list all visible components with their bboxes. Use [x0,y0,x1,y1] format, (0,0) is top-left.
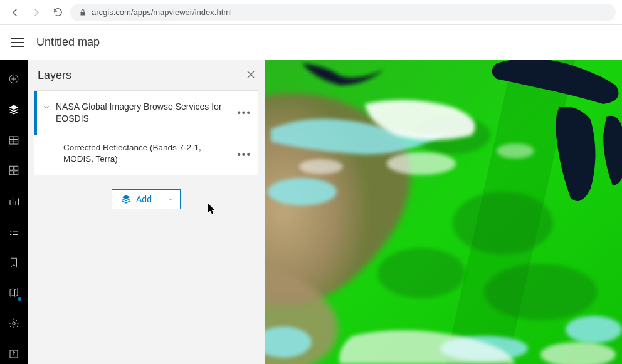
charts-icon [8,195,19,207]
legend-icon [8,226,19,237]
tables-icon [8,135,19,146]
browser-reload-button[interactable] [49,4,66,21]
collapse-icon[interactable] [42,103,51,112]
svg-point-12 [484,264,597,320]
svg-point-10 [453,192,553,254]
lock-icon [79,9,87,16]
rail-add-content[interactable] [0,69,28,90]
layer-group-options-button[interactable]: ••• [237,107,251,118]
svg-point-6 [13,322,16,325]
svg-rect-4 [9,171,13,175]
svg-point-17 [387,152,456,175]
rail-bookmarks[interactable] [0,252,28,273]
rail-basemap[interactable] [0,160,28,181]
left-rail [0,60,28,364]
svg-rect-5 [14,171,18,175]
svg-point-19 [497,143,534,159]
layer-card: NASA Global Imagery Browse Services for … [34,90,258,175]
map-title[interactable]: Untitled map [36,36,100,49]
svg-point-13 [268,178,337,205]
unsaved-indicator-dot [18,297,21,301]
browser-url-text: arcgis.com/apps/mapviewer/index.html [92,8,232,17]
sublayer-title: Corrected Reflectance (Bands 7-2-1, MODI… [63,142,250,165]
layer-group-item[interactable]: NASA Global Imagery Browse Services for … [34,91,258,135]
svg-point-11 [377,248,465,298]
rail-layers[interactable] [0,100,28,120]
chevron-down-icon [167,196,174,202]
share-icon [8,348,19,360]
add-layer-dropdown-button[interactable] [161,190,180,209]
layers-panel: Layers NASA Global Imagery Browse Servic… [28,60,265,364]
map-view[interactable] [265,60,622,364]
menu-button[interactable] [11,38,24,47]
layer-group-title: NASA Global Imagery Browse Services for … [56,101,250,125]
gear-icon [8,318,19,329]
layers-icon [8,104,19,115]
browser-back-button[interactable] [6,4,24,21]
rail-save[interactable] [0,283,28,303]
svg-point-16 [566,316,622,343]
svg-rect-3 [14,167,18,170]
rail-legend[interactable] [0,222,28,242]
rail-map-properties[interactable] [0,313,28,334]
bookmark-icon [8,257,19,268]
layers-icon [121,194,131,204]
browser-address-bar[interactable]: arcgis.com/apps/mapviewer/index.html [70,4,616,21]
add-layer-label: Add [136,194,152,204]
sublayer-item[interactable]: Corrected Reflectance (Bands 7-2-1, MODI… [34,135,258,175]
svg-rect-2 [9,167,13,170]
panel-close-button[interactable] [247,70,255,80]
svg-point-18 [299,159,343,174]
rail-tables[interactable] [0,130,28,150]
sublayer-options-button[interactable]: ••• [237,149,251,160]
basemap-icon [8,165,19,176]
add-layer-button[interactable]: Add [112,189,181,209]
app-header: Untitled map [0,25,622,60]
rail-share[interactable] [0,343,28,364]
rail-charts[interactable] [0,191,28,212]
browser-forward-button[interactable] [28,4,45,21]
panel-title: Layers [38,69,71,82]
